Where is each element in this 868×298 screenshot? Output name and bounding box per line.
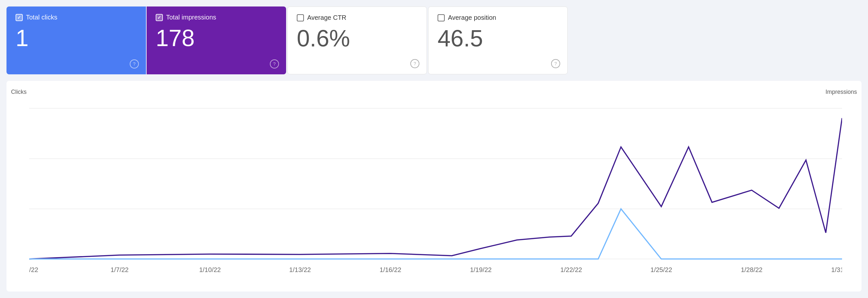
clicks-value: 1 — [16, 26, 137, 50]
impressions-label: Total impressions — [166, 13, 216, 21]
svg-text:1/10/22: 1/10/22 — [199, 266, 221, 273]
chart-left-title: Clicks — [11, 89, 27, 95]
metric-header-impressions: ✓ Total impressions — [156, 13, 277, 21]
ctr-help-icon[interactable]: ? — [410, 59, 420, 68]
svg-text:1/25/22: 1/25/22 — [650, 266, 672, 273]
svg-text:1/19/22: 1/19/22 — [470, 266, 492, 273]
position-checkbox[interactable] — [438, 14, 445, 22]
chart-area: Clicks Impressions 0 1 2 3 0 10 20 — [6, 81, 862, 292]
clicks-help-icon[interactable]: ? — [130, 59, 139, 68]
position-label: Average position — [448, 14, 496, 22]
ctr-value: 0.6% — [297, 27, 417, 50]
impressions-help-icon[interactable]: ? — [270, 59, 279, 68]
position-value: 46.5 — [438, 27, 558, 50]
clicks-checkbox[interactable]: ✓ — [16, 14, 23, 21]
svg-text:1/4/22: 1/4/22 — [29, 266, 38, 273]
metric-header-position: Average position — [438, 14, 558, 22]
svg-text:1/22/22: 1/22/22 — [560, 266, 582, 273]
chart-svg: 0 1 2 3 0 10 20 30 1/4/22 1/7/22 1/10/22… — [29, 89, 842, 278]
impressions-value: 178 — [156, 26, 277, 50]
svg-text:1/31/22: 1/31/22 — [831, 266, 842, 273]
impressions-line — [29, 118, 842, 259]
impressions-checkbox[interactable]: ✓ — [156, 14, 163, 21]
metric-header-ctr: Average CTR — [297, 14, 417, 22]
clicks-label: Total clicks — [26, 13, 57, 21]
ctr-checkbox[interactable] — [297, 14, 304, 22]
chart-inner: 0 1 2 3 0 10 20 30 1/4/22 1/7/22 1/10/22… — [29, 89, 842, 278]
svg-text:1/28/22: 1/28/22 — [741, 266, 763, 273]
app-container: ✓ Total clicks 1 ? ✓ Total impressions 1… — [0, 0, 868, 298]
position-help-icon[interactable]: ? — [551, 59, 560, 68]
metric-header-clicks: ✓ Total clicks — [16, 13, 137, 21]
clicks-line — [29, 209, 842, 259]
metric-card-position[interactable]: Average position 46.5 ? — [428, 6, 568, 74]
chart-right-title: Impressions — [826, 89, 857, 95]
ctr-label: Average CTR — [307, 14, 346, 22]
metric-card-impressions[interactable]: ✓ Total impressions 178 ? — [147, 6, 286, 74]
svg-text:1/16/22: 1/16/22 — [379, 266, 401, 273]
svg-text:1/7/22: 1/7/22 — [111, 266, 129, 273]
metrics-row: ✓ Total clicks 1 ? ✓ Total impressions 1… — [0, 0, 868, 74]
metric-card-ctr[interactable]: Average CTR 0.6% ? — [287, 6, 427, 74]
svg-text:1/13/22: 1/13/22 — [289, 266, 311, 273]
metric-card-clicks[interactable]: ✓ Total clicks 1 ? — [6, 6, 146, 74]
